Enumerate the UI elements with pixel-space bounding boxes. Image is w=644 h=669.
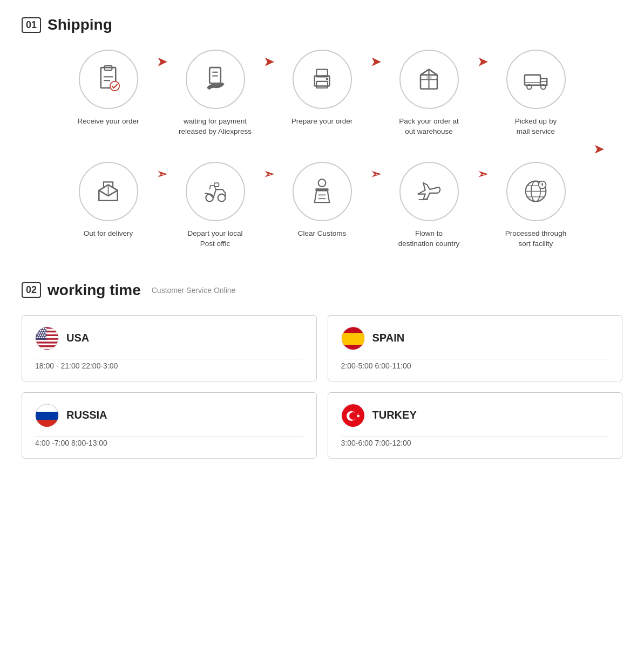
shipping-section-number: 01 — [22, 17, 41, 33]
step-picked-up-circle — [506, 50, 566, 109]
svg-point-65 — [41, 336, 43, 338]
country-name-turkey: TURKEY — [372, 409, 417, 421]
svg-point-4 — [110, 81, 119, 90]
svg-rect-9 — [316, 81, 328, 87]
svg-rect-26 — [315, 189, 328, 192]
step-waiting-payment-circle — [186, 50, 245, 109]
svg-point-48 — [43, 327, 45, 329]
svg-rect-41 — [36, 339, 59, 341]
step-prepare-order-circle — [293, 50, 352, 109]
svg-point-59 — [38, 334, 39, 336]
svg-point-45 — [37, 327, 38, 329]
step-picked-up-label: Picked up bymail service — [515, 117, 557, 137]
step-receive-order-label: Receive your order — [77, 117, 139, 127]
step-receive-order-circle — [79, 50, 138, 109]
svg-rect-74 — [36, 404, 59, 412]
working-time-section-title: working time — [48, 282, 141, 299]
step-processed-sort-label: Processed throughsort facility — [505, 229, 566, 249]
country-header-turkey: TURKEY — [341, 404, 609, 427]
country-header-spain: SPAIN — [341, 326, 609, 350]
shipping-section-title: Shipping — [48, 16, 112, 33]
svg-point-47 — [41, 327, 43, 329]
arrow-right-icon-2: ➤ — [264, 55, 274, 69]
svg-point-25 — [318, 179, 326, 187]
arrow-4: ➤ — [478, 50, 487, 96]
arrow-1: ➤ — [157, 50, 167, 96]
arrow-2: ➤ — [264, 50, 274, 96]
country-times-spain: 2:00-5:00 6:00-11:00 — [341, 359, 609, 370]
step-pack-order-label: Pack your order atout warehouse — [399, 117, 458, 137]
svg-point-62 — [44, 334, 46, 336]
svg-point-49 — [45, 327, 47, 329]
arrow-6: ➣ — [264, 162, 274, 208]
shipping-section: 01 Shipping Receive your order ➤ — [22, 16, 622, 249]
svg-point-23 — [218, 194, 226, 202]
step-clear-customs-label: Clear Customs — [298, 229, 346, 239]
truck-icon — [521, 65, 551, 94]
step-clear-customs: Clear Customs — [274, 162, 371, 239]
arrow-left-icon-1: ➣ — [157, 167, 167, 181]
country-card-turkey: TURKEY 3:00-6:00 7:00-12:00 — [328, 392, 623, 459]
svg-point-58 — [45, 332, 47, 333]
svg-point-50 — [38, 330, 39, 331]
shipping-header: 01 Shipping — [22, 16, 622, 33]
step-depart-post-circle — [186, 162, 245, 221]
svg-point-46 — [39, 327, 40, 329]
arrow-3: ➤ — [371, 50, 381, 96]
step-pack-order: Pack your order atout warehouse — [381, 50, 478, 137]
step-processed-sort: Processed throughsort facility — [487, 162, 585, 249]
svg-point-61 — [42, 334, 44, 336]
arrow-left-icon-2: ➣ — [264, 167, 274, 181]
svg-rect-15 — [426, 74, 431, 79]
flag-usa — [35, 326, 59, 350]
step-prepare-order: Prepare your order — [274, 50, 371, 127]
step-flown-destination-label: Flown todestination country — [398, 229, 459, 249]
svg-point-52 — [42, 330, 44, 331]
svg-point-53 — [44, 330, 46, 331]
svg-point-60 — [40, 334, 42, 336]
step-depart-post-label: Depart your localPost offic — [187, 229, 242, 249]
shipping-row-1: Receive your order ➤ waiting for payment… — [22, 50, 622, 137]
svg-point-67 — [45, 336, 47, 338]
svg-rect-42 — [36, 343, 59, 345]
country-times-russia: 4:00 -7:00 8:00-13:00 — [35, 436, 303, 447]
flag-russia — [35, 404, 59, 427]
country-card-spain: SPAIN 2:00-5:00 6:00-11:00 — [328, 315, 623, 381]
step-processed-sort-circle — [506, 162, 566, 221]
step-out-delivery-label: Out for delivery — [84, 229, 133, 239]
country-name-russia: RUSSIA — [66, 409, 107, 421]
svg-rect-38 — [36, 329, 59, 330]
step-out-delivery-circle — [79, 162, 138, 221]
arrow-down-icon: ➤ — [594, 142, 604, 156]
svg-point-51 — [40, 330, 42, 331]
svg-point-57 — [43, 332, 45, 333]
svg-point-11 — [326, 78, 328, 80]
step-depart-post: Depart your localPost offic — [167, 162, 264, 249]
svg-point-63 — [37, 336, 38, 338]
airplane-icon — [414, 176, 444, 206]
country-card-usa: USA 18:00 - 21:00 22:00-3:00 — [22, 315, 317, 381]
step-flown-destination-circle — [399, 162, 459, 221]
customs-officer-icon — [307, 176, 337, 206]
country-header-russia: RUSSIA — [35, 404, 303, 427]
step-picked-up: Picked up bymail service — [487, 50, 585, 137]
arrow-left-icon-3: ➣ — [371, 167, 381, 181]
svg-point-56 — [41, 332, 43, 333]
step-clear-customs-circle — [293, 162, 352, 221]
step-pack-order-circle — [399, 50, 459, 109]
svg-rect-43 — [36, 347, 59, 349]
country-card-russia: RUSSIA 4:00 -7:00 8:00-13:00 — [22, 392, 317, 459]
step-waiting-payment: waiting for paymentreleased by Aliexpres… — [167, 50, 264, 137]
globe-icon — [521, 176, 551, 206]
step-waiting-payment-label: waiting for paymentreleased by Aliexpres… — [179, 117, 252, 137]
arrow-8: ➣ — [478, 162, 487, 208]
arrow-right-icon-4: ➤ — [478, 55, 487, 69]
step-out-delivery: Out for delivery — [60, 162, 157, 239]
country-name-spain: SPAIN — [372, 332, 405, 344]
country-name-usa: USA — [66, 332, 89, 344]
arrow-left-icon-4: ➣ — [478, 167, 487, 181]
country-header-usa: USA — [35, 326, 303, 350]
svg-rect-70 — [342, 333, 365, 345]
svg-point-66 — [43, 336, 45, 338]
clipboard-check-icon — [93, 65, 123, 94]
